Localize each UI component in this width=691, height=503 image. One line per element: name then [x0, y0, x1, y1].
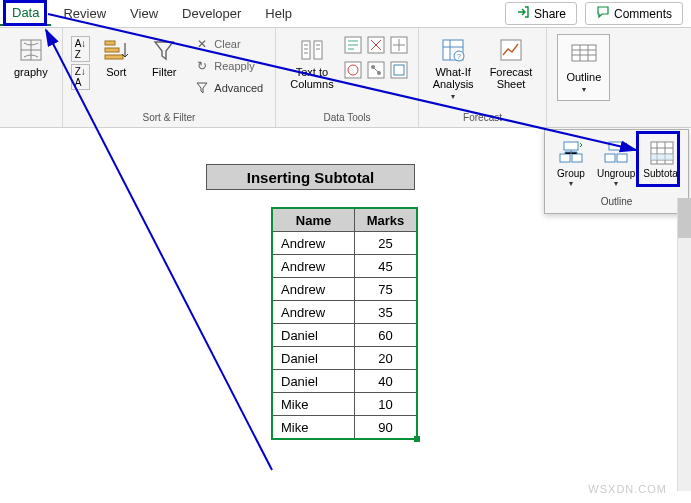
- svg-rect-2: [105, 48, 119, 52]
- ribbon: graphy A↓Z Z↓A Sort Filter: [0, 28, 691, 128]
- advanced-icon: [194, 80, 210, 96]
- forecast-sheet-button[interactable]: Forecast Sheet: [484, 32, 539, 94]
- table-row[interactable]: Andrew25: [273, 232, 417, 255]
- comments-button[interactable]: Comments: [585, 2, 683, 25]
- sort-desc-button[interactable]: Z↓A: [71, 64, 91, 90]
- text-to-columns-icon: [298, 36, 326, 64]
- remove-duplicates-button[interactable]: [367, 36, 387, 58]
- sort-asc-button[interactable]: A↓Z: [71, 36, 91, 62]
- reapply-button[interactable]: ↻ Reapply: [190, 56, 267, 76]
- svg-rect-1: [105, 41, 115, 45]
- header-name: Name: [273, 209, 355, 232]
- share-icon: [516, 5, 530, 22]
- share-label: Share: [534, 7, 566, 21]
- chevron-down-icon: ▾: [582, 85, 586, 94]
- outline-label: Outline: [566, 71, 601, 83]
- tab-help[interactable]: Help: [253, 2, 304, 25]
- tab-review[interactable]: Review: [51, 2, 118, 25]
- tab-data[interactable]: Data: [0, 1, 51, 26]
- geography-icon: [17, 36, 45, 64]
- tab-developer[interactable]: Developer: [170, 2, 253, 25]
- text-to-columns-label: Text to Columns: [290, 66, 333, 90]
- svg-rect-9: [345, 62, 361, 78]
- geography-button[interactable]: graphy: [8, 32, 54, 82]
- svg-rect-5: [314, 41, 322, 59]
- whatif-label: What-If Analysis: [433, 66, 474, 90]
- worksheet[interactable]: Inserting Subtotal Name Marks Andrew25 A…: [0, 128, 691, 498]
- ribbon-tabs: Data Review View Developer Help Share Co…: [0, 0, 691, 28]
- outline-icon: [570, 41, 598, 69]
- clear-icon: ✕: [194, 36, 210, 52]
- table-row[interactable]: Daniel40: [273, 370, 417, 393]
- table-row[interactable]: Andrew35: [273, 301, 417, 324]
- outline-button[interactable]: Outline ▾: [560, 37, 607, 98]
- share-button[interactable]: Share: [505, 2, 577, 25]
- reapply-icon: ↻: [194, 58, 210, 74]
- flash-fill-button[interactable]: [344, 36, 364, 58]
- table-row[interactable]: Andrew45: [273, 255, 417, 278]
- table-row[interactable]: Mike90: [273, 416, 417, 439]
- text-to-columns-button[interactable]: Text to Columns: [284, 32, 339, 94]
- table-row[interactable]: Daniel60: [273, 324, 417, 347]
- data-validation-button[interactable]: [344, 61, 364, 83]
- comments-icon: [596, 5, 610, 22]
- filter-icon: [150, 36, 178, 64]
- sort-icon: [102, 36, 130, 64]
- selection-handle[interactable]: [414, 436, 420, 442]
- table-row[interactable]: Andrew75: [273, 278, 417, 301]
- table-row[interactable]: Daniel20: [273, 347, 417, 370]
- whatif-icon: ?: [439, 36, 467, 64]
- clear-button[interactable]: ✕ Clear: [190, 34, 267, 54]
- watermark: WSXDN.COM: [588, 483, 667, 495]
- sort-filter-group-label: Sort & Filter: [143, 110, 196, 125]
- comments-label: Comments: [614, 7, 672, 21]
- forecast-group-label: Forecast: [463, 110, 502, 125]
- relationships-button[interactable]: [367, 61, 387, 83]
- forecast-label: Forecast Sheet: [490, 66, 533, 90]
- table-row[interactable]: Mike10: [273, 393, 417, 416]
- geography-label: graphy: [14, 66, 48, 78]
- header-marks: Marks: [355, 209, 417, 232]
- svg-text:?: ?: [457, 53, 461, 60]
- data-table[interactable]: Name Marks Andrew25 Andrew45 Andrew75 An…: [272, 208, 417, 439]
- svg-rect-14: [391, 62, 407, 78]
- sort-button[interactable]: Sort: [94, 32, 138, 82]
- forecast-icon: [497, 36, 525, 64]
- data-model-button[interactable]: [390, 61, 410, 83]
- advanced-button[interactable]: Advanced: [190, 78, 267, 98]
- title-cell: Inserting Subtotal: [206, 164, 415, 190]
- svg-rect-19: [501, 40, 521, 60]
- chevron-down-icon: ▾: [451, 92, 455, 101]
- filter-label: Filter: [152, 66, 176, 78]
- whatif-button[interactable]: ? What-If Analysis ▾: [427, 32, 480, 105]
- data-tools-group-label: Data Tools: [323, 110, 370, 125]
- svg-rect-3: [105, 55, 123, 59]
- svg-rect-20: [572, 45, 596, 61]
- scroll-thumb[interactable]: [678, 198, 691, 238]
- table-header-row: Name Marks: [273, 209, 417, 232]
- svg-rect-4: [302, 41, 310, 59]
- filter-button[interactable]: Filter: [142, 32, 186, 82]
- tab-view[interactable]: View: [118, 2, 170, 25]
- vertical-scrollbar[interactable]: [677, 198, 691, 491]
- sort-label: Sort: [106, 66, 126, 78]
- consolidate-button[interactable]: [390, 36, 410, 58]
